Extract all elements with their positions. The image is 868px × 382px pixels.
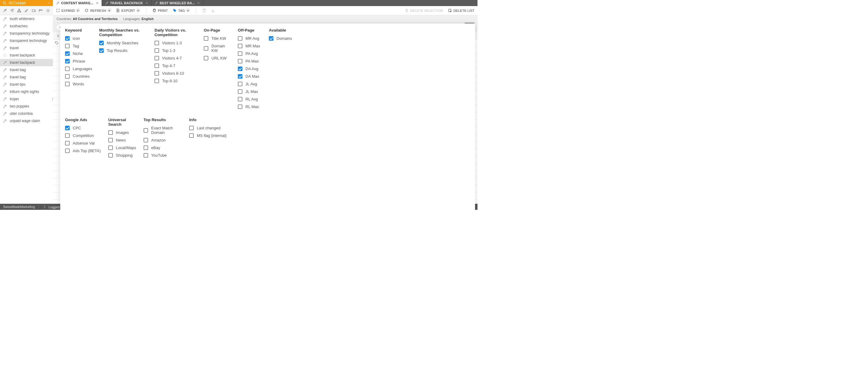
sidebar-item[interactable]: travel backpack	[0, 59, 53, 66]
sidebar-item[interactable]: toothaches	[0, 23, 53, 30]
checkbox[interactable]	[144, 153, 148, 158]
column-option[interactable]: URL KW	[204, 56, 231, 61]
hierarchy-icon[interactable]	[17, 8, 21, 13]
expand-button[interactable]: EXPAND ▾	[56, 8, 80, 12]
checkbox[interactable]	[238, 89, 242, 94]
checkbox[interactable]	[144, 138, 148, 142]
column-option[interactable]: DA Avg	[238, 67, 262, 71]
column-option[interactable]: JL Max	[238, 89, 262, 94]
checkbox[interactable]	[108, 145, 113, 150]
checkbox[interactable]	[108, 138, 113, 142]
checkbox[interactable]	[65, 126, 70, 130]
column-option[interactable]: Shopping	[108, 153, 137, 158]
column-option[interactable]: Adsense Val	[65, 141, 101, 145]
chevron-up-icon[interactable]	[47, 1, 51, 5]
checkbox[interactable]	[269, 36, 273, 41]
column-option[interactable]: Phrase	[65, 59, 92, 64]
column-option[interactable]: eBay	[144, 145, 183, 150]
sidebar-item[interactable]: travel bag	[0, 73, 53, 81]
close-icon[interactable]: ✕	[96, 1, 98, 5]
checkbox[interactable]	[238, 82, 242, 86]
sidebar-item[interactable]: travel tips	[0, 81, 53, 88]
sidebar-item[interactable]: trojan	[0, 95, 53, 103]
column-option[interactable]: PA Max	[238, 59, 262, 64]
checkbox[interactable]	[99, 48, 104, 53]
sidebar-header[interactable]: SECockpit	[0, 0, 53, 6]
column-option[interactable]: Niche	[65, 51, 92, 56]
checkbox[interactable]	[155, 48, 159, 53]
column-option[interactable]: Domains	[269, 36, 299, 41]
checkbox[interactable]	[65, 82, 70, 86]
column-option[interactable]: Visitors 1-3	[155, 41, 197, 45]
checkbox[interactable]	[65, 74, 70, 79]
close-icon[interactable]: ✕	[145, 1, 148, 5]
sidebar-item[interactable]: tooth whiteners	[0, 15, 53, 23]
checkbox[interactable]	[155, 64, 159, 68]
column-option[interactable]: CPC	[65, 126, 101, 130]
checkbox[interactable]	[65, 141, 70, 145]
column-option[interactable]: MR Max	[238, 44, 262, 48]
column-option[interactable]: Visitors 4-7	[155, 56, 197, 61]
checkbox[interactable]	[65, 59, 70, 64]
folder-open-icon[interactable]	[39, 8, 43, 13]
folder-add-icon[interactable]	[32, 8, 36, 13]
column-option[interactable]: Languages	[65, 67, 92, 71]
add-keyword-icon[interactable]	[3, 8, 7, 13]
tag-button[interactable]: TAG ▾	[173, 8, 190, 12]
checkbox[interactable]	[204, 36, 208, 41]
sidebar-item[interactable]: uber colombia	[0, 110, 53, 117]
gear-icon[interactable]	[46, 8, 50, 13]
checkbox[interactable]	[144, 145, 148, 150]
checkbox[interactable]	[108, 130, 113, 135]
column-option[interactable]: DA Max	[238, 74, 262, 79]
checkbox[interactable]	[108, 153, 113, 158]
checkbox[interactable]	[238, 104, 242, 109]
column-option[interactable]: Images	[108, 130, 137, 135]
refresh-button[interactable]: REFRESH ▾	[85, 8, 111, 12]
checkbox[interactable]	[238, 51, 242, 56]
column-option[interactable]: Visitors 8-10	[155, 71, 197, 76]
delete-selection-button[interactable]: DELETE SELECTION	[405, 8, 443, 12]
column-option[interactable]: MR Avg	[238, 36, 262, 41]
checkbox[interactable]	[144, 128, 148, 133]
checkbox[interactable]	[65, 67, 70, 71]
sidebar-item[interactable]: unpaid wage claim	[0, 117, 53, 125]
column-option[interactable]: Competition	[65, 133, 101, 138]
column-option[interactable]: Last changed	[189, 126, 229, 130]
sidebar-item[interactable]: two puppies	[0, 103, 53, 110]
checkbox[interactable]	[238, 59, 242, 64]
delete-list-button[interactable]: DELETE LIST	[448, 8, 474, 12]
sidebar-item[interactable]: tritium night sights	[0, 88, 53, 95]
print-button[interactable]: PRINT	[152, 8, 168, 12]
tab[interactable]: TRAVEL BACKPACK✕	[102, 0, 151, 6]
tab[interactable]: BEST WHEELED BA...✕	[151, 0, 204, 6]
checkbox[interactable]	[189, 126, 194, 130]
checkbox[interactable]	[65, 51, 70, 56]
sidebar-item[interactable]: transparency technology	[0, 30, 53, 37]
column-option[interactable]: Tag	[65, 44, 92, 48]
column-option[interactable]: Local/Maps	[108, 145, 137, 150]
column-option[interactable]: Exact Match Domain	[144, 126, 183, 135]
checkbox[interactable]	[65, 148, 70, 153]
column-option[interactable]: Countries	[65, 74, 92, 79]
column-option[interactable]: Ads Top (BETA)	[65, 148, 101, 153]
edit-icon[interactable]	[24, 8, 29, 13]
checkbox[interactable]	[155, 79, 159, 83]
column-option[interactable]: Title KW	[204, 36, 231, 41]
column-option[interactable]: RL Avg	[238, 97, 262, 101]
checkbox[interactable]	[238, 36, 242, 41]
column-option[interactable]: icon	[65, 36, 92, 41]
checkbox[interactable]	[99, 41, 104, 45]
checkbox[interactable]	[238, 74, 242, 79]
sidebar-item[interactable]: transparent technology	[0, 37, 53, 44]
column-option[interactable]: JL Avg	[238, 82, 262, 86]
column-option[interactable]: RL Max	[238, 104, 262, 109]
column-option[interactable]: Top 1-3	[155, 48, 197, 53]
column-option[interactable]: Domain KW	[204, 44, 231, 53]
checkbox[interactable]	[238, 44, 242, 48]
calculator-button[interactable]	[202, 8, 206, 12]
checkbox[interactable]	[155, 56, 159, 61]
sidebar-list[interactable]: tooth whitenerstoothachestransparency te…	[0, 15, 53, 210]
column-option[interactable]: Top Results	[99, 48, 148, 53]
checkbox[interactable]	[65, 44, 70, 48]
